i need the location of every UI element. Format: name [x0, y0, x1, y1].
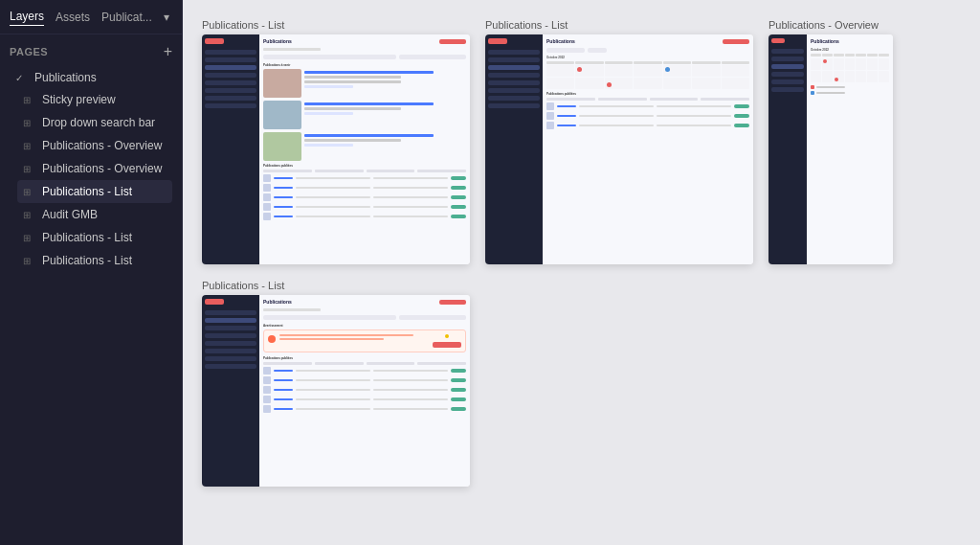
mini-cal-cell-8 [546, 78, 574, 89]
mini-ov-cell-8 [811, 71, 821, 82]
page-item-drop-down[interactable]: ⊞ Drop down search bar [17, 111, 172, 134]
page-item-pub-list-2[interactable]: ⊞ Publications - List [17, 226, 172, 249]
mini-col-2 [315, 170, 364, 172]
mini-alert-img-2 [263, 376, 271, 384]
frame-preview-3[interactable]: Publications Octobre 2022 [768, 34, 893, 264]
mini-ov-cell-5 [856, 58, 866, 70]
mini-nav-s3-1 [771, 49, 804, 54]
mini-alert-status-1 [451, 369, 466, 373]
grid-icon-7: ⊞ [23, 233, 36, 243]
page-item-pub-list-1[interactable]: ⊞ Publications - List [17, 180, 172, 203]
frame-preview-2[interactable]: Publications Octobre 2022 [485, 34, 753, 264]
mini-cal-row-2 [546, 112, 749, 120]
mini-day-3 [605, 61, 633, 64]
pages-list: ✓ Publications ⊞ Sticky preview ⊞ Drop d… [10, 67, 172, 272]
add-page-button[interactable]: + [164, 44, 172, 59]
mini-filter-4b [399, 315, 466, 320]
mini-row-val-8 [373, 206, 448, 208]
mini-alert-val-8 [373, 398, 448, 400]
mini-header-3: Publications [811, 38, 889, 44]
mini-cal-row-link-1 [557, 105, 576, 107]
mini-row-val-4 [373, 187, 448, 189]
mini-nav-s4-7 [205, 356, 256, 361]
tab-publications[interactable]: Publicat... [101, 9, 152, 26]
mini-title-4: Publications [263, 299, 292, 305]
page-item-pub-overview-2[interactable]: ⊞ Publications - Overview [17, 157, 172, 180]
page-item-publications[interactable]: ✓ Publications [10, 67, 172, 88]
frame-label-1: Publications - List [202, 19, 470, 31]
mini-row-img-3 [263, 193, 271, 201]
page-item-audit-gmb[interactable]: ⊞ Audit GMB [17, 203, 172, 226]
page-item-sticky-preview[interactable]: ⊞ Sticky preview [17, 88, 172, 111]
mini-alert-img-3 [263, 386, 271, 394]
mini-ov-legend [811, 85, 889, 95]
frame-preview-1[interactable]: Publications Publications à venir [202, 34, 470, 264]
mini-cal-cell-7 [722, 65, 749, 77]
mini-legend-label-1 [816, 86, 845, 88]
mini-add-btn-1 [439, 39, 466, 44]
pages-title: PAGES [10, 46, 48, 57]
mini-card-line-4 [304, 102, 434, 105]
mini-date-input [546, 48, 585, 53]
mini-row-status-3 [451, 195, 466, 199]
mini-col-a4 [417, 362, 466, 365]
mini-alert-row-5 [263, 405, 466, 413]
grid-icon-8: ⊞ [23, 256, 36, 266]
mini-alert-val-10 [373, 408, 448, 410]
mini-day-ov-5 [856, 54, 866, 57]
mini-alert-val-4 [373, 379, 448, 381]
mini-row-status-2 [451, 186, 466, 190]
mini-ov-cell-13 [867, 71, 878, 82]
mini-card-tag-3 [304, 144, 353, 147]
mini-row-link-3 [274, 196, 293, 198]
mini-nav-s3-3 [771, 64, 804, 69]
mini-row-link-4 [274, 206, 293, 208]
frame-preview-4[interactable]: Publications Avertissement [202, 295, 470, 487]
mini-cal-row-img-2 [546, 112, 554, 120]
tab-assets[interactable]: Assets [56, 9, 90, 26]
mini-avertissement-label: Avertissement [263, 324, 466, 328]
tab-layers[interactable]: Layers [10, 8, 44, 26]
mini-alert-status-3 [451, 388, 466, 392]
mini-cal-cell-3 [605, 65, 633, 77]
mini-alert-val-1 [296, 370, 370, 372]
mini-main-3: Publications Octobre 2022 [807, 34, 893, 264]
mini-filter-1 [263, 55, 396, 59]
mini-ov-cell-11 [845, 71, 856, 82]
mini-row-img-5 [263, 213, 271, 220]
mini-row-status-1 [451, 176, 466, 180]
mini-main-1: Publications Publications à venir [259, 34, 470, 264]
mini-cal-cell-12 [663, 78, 691, 89]
mini-nav-s4-2 [205, 318, 256, 323]
mini-nav-7 [205, 96, 256, 101]
page-item-pub-list-3[interactable]: ⊞ Publications - List [17, 249, 172, 272]
mini-card-line-5 [304, 107, 401, 110]
more-tab-icon[interactable]: ▾ [164, 11, 169, 24]
mini-cal-row-val-1 [579, 105, 654, 107]
mini-day-ov-3 [834, 54, 844, 57]
mini-col-c4 [701, 98, 749, 101]
mini-card-line-7 [304, 139, 401, 142]
mini-card-row-2 [263, 101, 466, 129]
mini-card-img-2 [263, 101, 301, 129]
mini-logo-4 [205, 299, 224, 305]
mini-alert-img-5 [263, 405, 271, 413]
mini-filter-2 [399, 55, 466, 59]
mini-nav-5 [205, 80, 256, 85]
mini-alert-link-5 [274, 408, 293, 410]
mini-row-img-4 [263, 203, 271, 211]
pages-header: PAGES + [10, 44, 172, 59]
mini-table-header-4 [263, 362, 466, 365]
mini-card-info-2 [304, 101, 466, 129]
page-item-pub-overview-1[interactable]: ⊞ Publications - Overview [17, 134, 172, 157]
mini-cal-row-link-3 [557, 125, 576, 126]
mini-nav-s2-3 [488, 65, 540, 70]
mini-cal-status-1 [734, 104, 749, 108]
mini-ov-cell-2 [822, 58, 833, 70]
mini-filter-4a [263, 315, 396, 320]
mini-published-label-2: Publications publiées [546, 92, 749, 96]
mini-cal-cell-6 [692, 65, 720, 77]
mini-warning-icon [445, 334, 449, 338]
mini-calendar-container: Octobre 2022 [546, 56, 749, 89]
mini-add-btn-4 [439, 300, 466, 305]
